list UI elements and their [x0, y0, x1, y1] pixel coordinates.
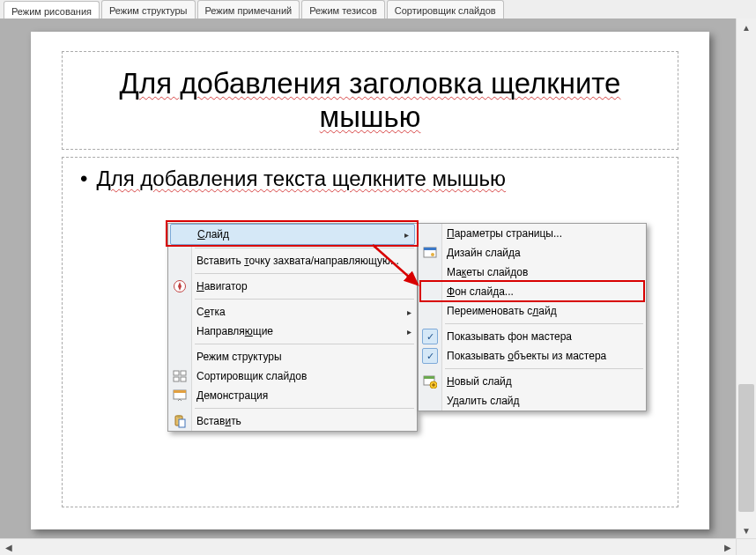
vscroll-thumb[interactable] [738, 384, 754, 512]
menu-item-delete-slide[interactable]: Удалить слайд [419, 391, 646, 411]
view-tab-1[interactable]: Режим структуры [101, 0, 196, 18]
svg-rect-9 [179, 419, 185, 427]
menu-separator [445, 368, 643, 369]
menu-separator [195, 273, 414, 274]
svg-rect-14 [424, 376, 434, 379]
menu-item-slide-design[interactable]: Дизайн слайда [419, 243, 646, 263]
context-menu-main: Слайд Вставить точку захвата/направляющу… [167, 223, 418, 432]
view-tab-0[interactable]: Режим рисования [4, 1, 100, 19]
menu-item-slide-background[interactable]: Фон слайда... [419, 282, 646, 301]
menu-item-show-master-bg[interactable]: ✓ Показывать фон мастера [419, 327, 646, 346]
content-placeholder-text: Для добавления текста щелкните мышью [96, 166, 506, 191]
vertical-scrollbar[interactable]: ▲ ▼ [736, 18, 756, 539]
vscroll-track[interactable] [737, 36, 756, 522]
svg-point-12 [431, 253, 434, 256]
view-tabs: Режим рисованияРежим структурыРежим прим… [0, 0, 756, 19]
svg-rect-6 [174, 390, 186, 393]
menu-item-insert-point[interactable]: Вставить точку захвата/направляющую... [168, 251, 417, 270]
title-placeholder[interactable]: Для добавления заголовка щелкните мышью [62, 51, 678, 150]
svg-rect-1 [174, 371, 179, 375]
menu-item-sorter[interactable]: Сортировщик слайдов [168, 366, 417, 386]
menu-item-demo[interactable]: Демонстрация [168, 386, 417, 405]
scroll-left-arrow[interactable]: ◀ [0, 539, 18, 555]
scroll-up-arrow[interactable]: ▲ [737, 18, 756, 36]
menu-separator [445, 323, 643, 324]
menu-item-page-params[interactable]: Параметры страницы... [419, 224, 646, 243]
menu-item-grid[interactable]: Сетка [168, 302, 417, 322]
design-icon [422, 245, 438, 261]
scroll-right-arrow[interactable]: ▶ [719, 539, 737, 555]
menu-item-navigator[interactable]: Навигатор [168, 277, 417, 296]
context-menu-slide-sub: Параметры страницы... Дизайн слайда Маке… [418, 223, 647, 411]
compass-icon [172, 278, 188, 294]
menu-item-slide[interactable]: Слайд [170, 224, 415, 245]
menu-separator [195, 344, 414, 344]
sorter-icon [172, 368, 188, 384]
menu-item-new-slide[interactable]: Новый слайд [419, 372, 646, 391]
menu-separator [195, 299, 414, 300]
svg-rect-3 [174, 377, 179, 381]
menu-item-paste[interactable]: Вставить [168, 411, 417, 431]
svg-rect-11 [424, 248, 436, 250]
svg-rect-2 [181, 371, 186, 375]
menu-separator [195, 248, 414, 248]
paste-icon [172, 413, 188, 429]
scroll-down-arrow[interactable]: ▼ [737, 522, 756, 539]
menu-item-show-master-obj[interactable]: ✓ Показывать объекты из мастера [419, 346, 646, 366]
menu-item-rename-slide[interactable]: Переименовать слайд [419, 301, 646, 321]
svg-rect-8 [177, 415, 181, 418]
view-tab-4[interactable]: Сортировщик слайдов [387, 0, 504, 18]
menu-separator [195, 408, 414, 409]
check-icon: ✓ [422, 329, 438, 344]
scrollbar-corner [736, 538, 756, 555]
view-tab-3[interactable]: Режим тезисов [301, 0, 385, 18]
presentation-icon [172, 388, 188, 403]
title-placeholder-text: Для добавления заголовка щелкните мышью [71, 67, 669, 134]
view-tab-2[interactable]: Режим примечаний [197, 0, 300, 18]
slide-canvas: Для добавления заголовка щелкните мышью … [0, 18, 737, 539]
menu-item-outline-mode[interactable]: Режим структуры [168, 347, 417, 366]
svg-rect-4 [181, 377, 186, 381]
new-slide-icon [422, 374, 438, 389]
check-icon: ✓ [422, 348, 438, 364]
menu-item-slide-layouts[interactable]: Макеты слайдов [419, 263, 646, 282]
horizontal-scrollbar[interactable]: ◀ ▶ [0, 538, 737, 555]
menu-item-guides[interactable]: Направляющие [168, 322, 417, 341]
content-placeholder-bullet: Для добавления текста щелкните мышью [80, 166, 660, 191]
